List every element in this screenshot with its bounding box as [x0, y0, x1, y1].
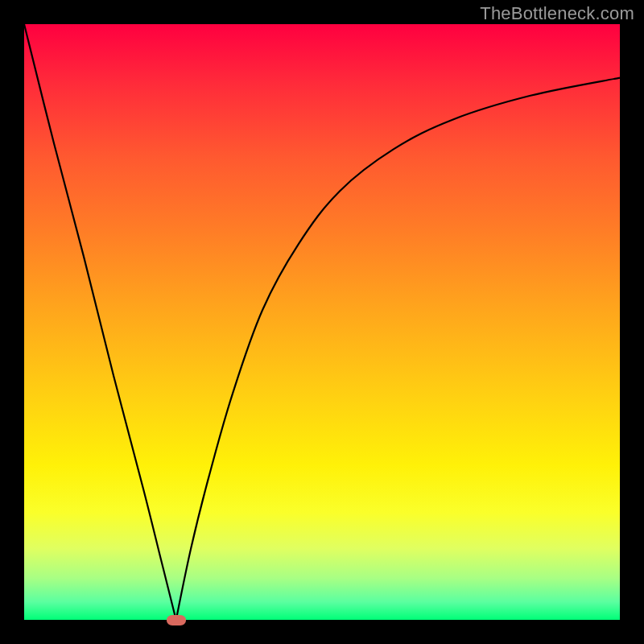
bottleneck-curve — [24, 24, 620, 620]
curve-left-branch — [24, 24, 176, 620]
curve-right-branch — [176, 78, 620, 620]
watermark-text: TheBottleneck.com — [480, 3, 634, 24]
optimal-point-marker — [167, 615, 186, 625]
